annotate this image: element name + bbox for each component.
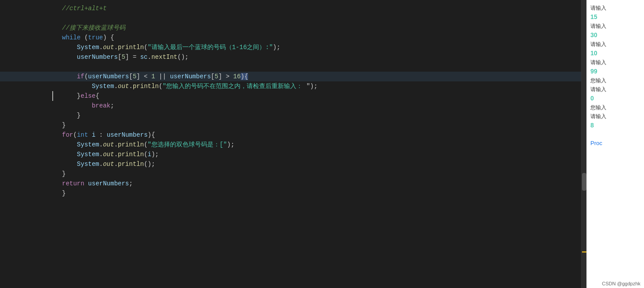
code-line-else: }else{ xyxy=(0,91,581,101)
code-line-blank1 xyxy=(0,13,581,23)
output-line-8: 99 xyxy=(590,67,640,76)
output-label-5: 请输入 xyxy=(590,41,606,47)
code-line-close-fn: } xyxy=(0,188,581,198)
output-label-1: 请输入 xyxy=(590,5,606,11)
output-label-13: 请输入 xyxy=(590,113,606,119)
text-cursor xyxy=(52,91,53,101)
output-number-15: 15 xyxy=(590,13,597,20)
output-line-blank xyxy=(590,130,640,139)
output-line-14: 8 xyxy=(590,121,640,130)
code-line-break: break; xyxy=(0,101,581,111)
output-line-proc: Proc xyxy=(590,139,640,148)
output-line-3: 请输入 xyxy=(590,22,640,31)
output-line-1: 请输入 xyxy=(590,4,640,12)
output-label-7: 请输入 xyxy=(590,59,606,65)
code-line-comment2: //接下来接收蓝球号码 xyxy=(0,23,581,33)
code-line-println3: System.out.println("您选择的双色球号码是：["); xyxy=(0,140,581,150)
vertical-scrollbar[interactable] xyxy=(581,0,586,288)
comment-receive: //接下来接收蓝球号码 xyxy=(62,24,125,31)
comment-ctrl: //ctrl+alt+t xyxy=(62,5,107,12)
string-prompt1: "请输入最后一个蓝球的号码（1-16之间）:" xyxy=(147,44,273,51)
code-line-close-while: } xyxy=(0,120,581,130)
output-line-13: 请输入 xyxy=(590,112,640,121)
code-line-blank2 xyxy=(0,62,581,72)
output-label-10: 请输入 xyxy=(590,86,606,92)
output-label-12: 您输入 xyxy=(590,104,606,111)
output-number-10: 10 xyxy=(590,50,597,57)
output-label-9: 您输入 xyxy=(590,77,606,84)
output-line-7: 请输入 xyxy=(590,58,640,67)
output-line-5: 请输入 xyxy=(590,40,640,49)
code-line-println5: System.out.println(); xyxy=(0,159,581,169)
code-line-close-inner: } xyxy=(0,111,581,120)
code-line-println4: System.out.println(i); xyxy=(0,150,581,159)
output-line-11: 0 xyxy=(590,94,640,103)
output-line-9: 您输入 xyxy=(590,76,640,85)
code-line-assign: userNumbers[5] = sc.nextInt(); xyxy=(0,52,581,62)
code-editor[interactable]: //ctrl+alt+t //接下来接收蓝球号码 while (true) { … xyxy=(0,0,581,288)
output-line-10: 请输入 xyxy=(590,85,640,94)
output-label-3: 请输入 xyxy=(590,23,606,29)
code-line-println2: System.out.println("您输入的号码不在范围之内，请检查后重新输… xyxy=(0,81,581,91)
output-line-2: 15 xyxy=(590,12,640,22)
code-line-close-for: } xyxy=(0,169,581,179)
scrollbar-thumb[interactable] xyxy=(582,173,586,191)
output-number-0: 0 xyxy=(590,95,594,102)
output-number-30: 30 xyxy=(590,31,597,38)
keyword-while: while xyxy=(62,34,81,41)
code-line-println1: System.out.println("请输入最后一个蓝球的号码（1-16之间）… xyxy=(0,42,581,52)
output-number-8: 8 xyxy=(590,122,594,129)
scroll-marker xyxy=(582,251,586,253)
output-line-12: 您输入 xyxy=(590,103,640,112)
code-line-return: return userNumbers; xyxy=(0,179,581,188)
output-line-6: 10 xyxy=(590,49,640,58)
code-line-1: //ctrl+alt+t xyxy=(0,4,581,13)
csdn-watermark: CSDN @ggdpzhk xyxy=(602,281,640,286)
output-number-99: 99 xyxy=(590,68,597,75)
code-line-while: while (true) { xyxy=(0,33,581,42)
output-panel: 请输入 15 请输入 30 请输入 10 请输入 99 您输入 请输入 0 xyxy=(586,0,644,288)
keyword-true: true xyxy=(88,34,103,41)
output-line-4: 30 xyxy=(590,31,640,40)
code-line-for: for(int i : userNumbers){ xyxy=(0,130,581,140)
proc-label: Proc xyxy=(590,140,602,146)
output-content: 请输入 15 请输入 30 请输入 10 请输入 99 您输入 请输入 0 xyxy=(587,2,644,150)
code-line-if: if(userNumbers[5] < 1 || userNumbers[5] … xyxy=(0,72,581,81)
